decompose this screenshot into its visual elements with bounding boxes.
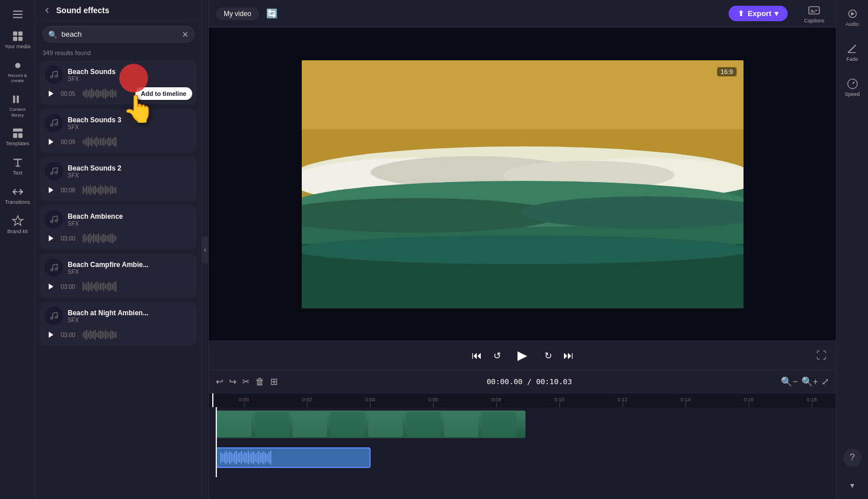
undo-button[interactable]: ↩ [216, 376, 223, 387]
play-button-4[interactable] [45, 232, 57, 245]
sfx-item-3: Beach Sounds 2 SFX 00:08 [40, 157, 197, 201]
svg-rect-9 [17, 96, 19, 103]
svg-rect-10 [13, 129, 22, 132]
search-input[interactable] [42, 26, 194, 42]
back-icon[interactable] [42, 6, 52, 15]
sfx-name-5: Beach Campfire Ambie... [68, 261, 192, 269]
redo-button[interactable]: ↪ [229, 376, 236, 387]
svg-point-7 [15, 63, 20, 68]
play-pause-button[interactable]: ▶ [512, 345, 533, 366]
duplicate-button[interactable]: ⊞ [270, 376, 278, 387]
sfx-icon-2 [45, 114, 63, 132]
delete-button[interactable]: 🗑 [255, 377, 264, 387]
upload-icon: ⬆ [738, 9, 744, 18]
refresh-icon[interactable]: 🔄 [266, 8, 278, 19]
sfx-header: Sound effects [36, 0, 201, 21]
play-button-3[interactable] [45, 184, 57, 196]
sidebar-item-templates[interactable]: Templates [2, 123, 34, 150]
duration-4: 03:00 [61, 235, 79, 242]
sfx-panel-title: Sound effects [56, 6, 110, 15]
sidebar-item-brand-kit[interactable]: Brand kit [2, 211, 34, 238]
video-tab[interactable]: My video [216, 7, 259, 20]
sidebar-label-record-create: Record & create [4, 73, 32, 84]
svg-rect-6 [18, 37, 22, 41]
svg-rect-39 [368, 412, 403, 437]
duration-5: 03:00 [61, 284, 79, 290]
playback-controls: ⏮ ↺ ▶ ↻ ⏭ ⛶ [209, 341, 836, 370]
zoom-out-button[interactable]: 🔍− [781, 376, 797, 387]
play-button-2[interactable] [45, 136, 57, 148]
svg-rect-4 [18, 32, 22, 36]
sfx-panel: Sound effects 🔍 ✕ 349 results found Beac… [36, 0, 202, 499]
timeline-tracks [209, 407, 836, 499]
help-button[interactable]: ? [843, 448, 862, 467]
skip-forward-button[interactable]: ⏭ [563, 350, 574, 362]
sidebar-item-text[interactable]: Text [2, 153, 34, 180]
sidebar-item-transitions[interactable]: Transitions [2, 182, 34, 209]
chevron-down-panel[interactable]: ▾ [846, 476, 859, 494]
video-frame: 16:9 [302, 60, 744, 308]
add-to-timeline-button-1[interactable]: Add to timeline [135, 87, 192, 100]
sfx-name-4: Beach Ambience [68, 212, 192, 221]
sidebar-item-your-media[interactable]: Your media [2, 26, 34, 53]
fullscreen-button[interactable]: ⛶ [816, 350, 827, 362]
waveform-3 [83, 184, 192, 196]
captions-label: Captions [804, 18, 824, 24]
sidebar-label-templates: Templates [6, 141, 29, 147]
svg-marker-16 [49, 235, 53, 242]
rewind-button[interactable]: ↺ [493, 350, 501, 361]
right-panel-fade[interactable]: Fade [843, 40, 862, 65]
right-panel-speed[interactable]: Speed [841, 75, 863, 100]
sfx-icon-5 [45, 258, 63, 277]
playhead-ruler [212, 393, 213, 407]
svg-rect-3 [13, 32, 17, 36]
sfx-icon-1 [45, 65, 63, 84]
svg-rect-0 [13, 11, 22, 12]
skip-back-button[interactable]: ⏮ [472, 350, 482, 362]
clear-search-icon[interactable]: ✕ [182, 30, 189, 39]
sfx-icon-6 [45, 307, 63, 325]
search-bar: 🔍 ✕ [36, 21, 201, 47]
video-preview: 16:9 [209, 28, 836, 341]
right-panel-audio[interactable]: Audio [842, 5, 862, 30]
play-button-1[interactable] [45, 87, 57, 100]
svg-rect-12 [18, 133, 22, 138]
panel-collapse-button[interactable]: ‹ [202, 236, 208, 264]
sidebar-item-record-create[interactable]: Record & create [2, 56, 34, 87]
sfx-item-2: Beach Sounds 3 SFX 00:09 [40, 109, 197, 153]
sfx-tag-3: SFX [68, 172, 192, 179]
video-track-clip[interactable] [216, 411, 526, 438]
sfx-item-1: Beach Sounds SFX 00:05 Add to timeline 👆 [40, 61, 197, 105]
right-panel: Audio Fade Speed ? ▾ [836, 0, 868, 499]
sidebar-label-your-media: Your media [5, 44, 30, 50]
time-display: 00:00.00 / 00:10.03 [486, 377, 572, 386]
sidebar-item-menu[interactable] [2, 5, 34, 24]
track-row-audio [212, 447, 832, 473]
sfx-list: Beach Sounds SFX 00:05 Add to timeline 👆 [36, 61, 201, 499]
waveform-2 [83, 136, 192, 148]
zoom-in-button[interactable]: 🔍+ [801, 376, 818, 387]
sfx-icon-3 [45, 162, 63, 180]
chevron-down-icon: ▾ [774, 9, 779, 18]
svg-rect-42 [482, 412, 516, 437]
play-button-5[interactable] [45, 280, 57, 293]
sidebar-label-transitions: Transitions [5, 199, 30, 206]
svg-rect-37 [293, 412, 327, 437]
export-button[interactable]: ⬆ Export ▾ [729, 6, 788, 21]
sidebar-item-content-library[interactable]: Content library [2, 90, 34, 121]
sfx-name-3: Beach Sounds 2 [68, 164, 192, 172]
sidebar-label-content-library: Content library [4, 107, 32, 118]
sidebar-label-brand-kit: Brand kit [7, 229, 28, 235]
waveform-4 [83, 233, 192, 244]
waveform-6 [83, 329, 192, 341]
track-playhead-audio [216, 443, 217, 477]
top-bar: My video 🔄 ⬆ Export ▾ Captions [209, 0, 836, 28]
svg-rect-11 [13, 133, 17, 138]
fit-timeline-button[interactable]: ⤢ [822, 376, 829, 387]
cut-button[interactable]: ✂ [242, 376, 250, 387]
audio-track-clip[interactable] [216, 447, 371, 468]
forward-button[interactable]: ↻ [544, 350, 552, 361]
play-button-6[interactable] [45, 328, 57, 341]
sfx-tag-1: SFX [68, 76, 192, 82]
captions-button[interactable]: Captions [799, 2, 829, 26]
